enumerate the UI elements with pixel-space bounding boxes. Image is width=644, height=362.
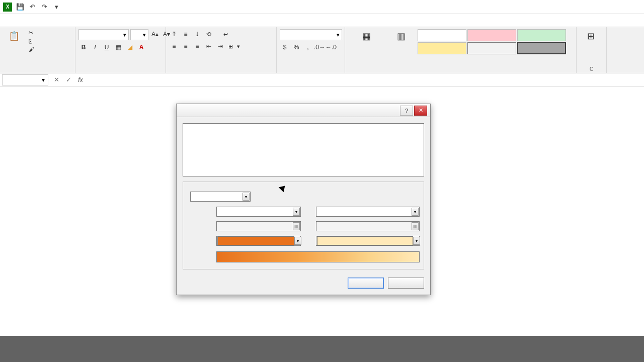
chevron-down-icon: ▾: [413, 237, 420, 245]
decrease-indent-icon[interactable]: ⇤: [204, 41, 214, 51]
chevron-down-icon: ▾: [243, 193, 250, 201]
rule-type-list[interactable]: [183, 123, 424, 176]
increase-font-icon[interactable]: A▴: [150, 29, 160, 39]
cancel-button[interactable]: [388, 278, 424, 289]
insert-cells-button[interactable]: ⊞: [580, 29, 602, 44]
max-color-select[interactable]: ▾: [316, 236, 420, 246]
range-picker-icon[interactable]: ▦: [293, 222, 300, 230]
cancel-formula-icon[interactable]: ✕: [50, 74, 62, 85]
dialog-titlebar[interactable]: ? ✕: [177, 104, 430, 117]
italic-button[interactable]: I: [90, 42, 100, 52]
ok-button[interactable]: [348, 278, 384, 289]
font-group-label: [78, 71, 163, 72]
style-gallery[interactable]: [418, 29, 566, 54]
paste-button[interactable]: 📋: [3, 29, 25, 44]
increase-indent-icon[interactable]: ⇥: [215, 41, 225, 51]
excel-icon: X: [3, 3, 12, 12]
caption: [0, 336, 644, 362]
align-middle-icon[interactable]: ≡: [181, 29, 191, 39]
qat-dropdown-icon[interactable]: ▾: [52, 3, 60, 11]
save-icon[interactable]: 💾: [16, 3, 24, 11]
insert-icon: ⊞: [584, 29, 598, 43]
style-neutral[interactable]: [418, 42, 466, 54]
min-type-select[interactable]: ▾: [216, 207, 301, 217]
format-painter-button[interactable]: 🖌: [27, 46, 38, 53]
brush-icon: 🖌: [29, 46, 34, 52]
chevron-down-icon: ▾: [123, 32, 126, 38]
font-size-select[interactable]: ▾: [130, 29, 148, 40]
paste-icon: 📋: [7, 29, 21, 43]
underline-button[interactable]: U: [102, 42, 112, 52]
preview-gradient: [216, 251, 420, 262]
chevron-down-icon: ▾: [42, 76, 45, 83]
fx-icon[interactable]: fx: [74, 74, 87, 85]
decrease-decimal-icon[interactable]: ←.0: [326, 42, 336, 52]
cells-group-label: C: [580, 65, 603, 72]
align-top-icon[interactable]: ⤒: [169, 29, 179, 39]
chevron-down-icon: ▾: [294, 237, 301, 245]
table-icon: ▥: [394, 29, 408, 43]
wrap-icon: ↩: [223, 31, 228, 38]
close-button[interactable]: ✕: [414, 106, 427, 116]
cut-icon: ✂: [29, 30, 33, 36]
orientation-icon[interactable]: ⟲: [204, 29, 214, 39]
help-button[interactable]: ?: [400, 106, 413, 116]
redo-icon[interactable]: ↷: [40, 3, 48, 11]
bold-button[interactable]: B: [78, 42, 89, 52]
currency-icon[interactable]: $: [280, 42, 290, 52]
percent-icon[interactable]: %: [291, 42, 301, 52]
formula-bar: ▾ ✕ ✓ fx: [0, 73, 644, 86]
chevron-down-icon: ▾: [337, 32, 340, 38]
new-formatting-rule-dialog: ? ✕ ▾ ▾ ▦ ▾ ▾ ▦: [176, 104, 431, 295]
increase-decimal-icon[interactable]: .0→: [314, 42, 325, 52]
number-format-select[interactable]: ▾: [280, 29, 342, 40]
cond-format-icon: ▦: [359, 29, 373, 43]
chevron-down-icon: ▾: [237, 43, 240, 50]
wrap-text-button[interactable]: ↩: [222, 29, 231, 39]
rule-description-title: [187, 185, 420, 190]
align-right-icon[interactable]: ≡: [192, 41, 202, 51]
copy-button[interactable]: ⎘: [27, 38, 38, 45]
number-group-label: [280, 71, 342, 72]
align-left-icon[interactable]: ≡: [169, 41, 179, 51]
accept-formula-icon[interactable]: ✓: [62, 74, 74, 85]
ribbon-tabs: [0, 14, 644, 27]
min-value-input[interactable]: ▦: [216, 221, 301, 231]
format-as-table-button[interactable]: ▥: [386, 29, 416, 44]
merge-center-button[interactable]: ⊞▾: [227, 41, 242, 51]
chevron-down-icon: ▾: [293, 208, 300, 216]
align-center-icon[interactable]: ≡: [181, 41, 191, 51]
align-bottom-icon[interactable]: ⤓: [192, 29, 202, 39]
style-good[interactable]: [517, 29, 566, 41]
chevron-down-icon: ▾: [143, 32, 146, 38]
max-color-swatch: [317, 236, 413, 245]
style-normal[interactable]: [418, 29, 466, 41]
quick-access-toolbar: X 💾 ↶ ↷ ▾: [0, 0, 644, 14]
font-name-select[interactable]: ▾: [78, 29, 129, 40]
style-bad[interactable]: [467, 29, 516, 41]
fill-color-button[interactable]: ◢: [125, 42, 135, 52]
chevron-down-icon: ▾: [412, 208, 419, 216]
ribbon: 📋 ✂ ⎘ 🖌 ▾ ▾ A▴ A▾ B I U ▦ ◢: [0, 27, 644, 73]
comma-icon[interactable]: ,: [303, 42, 313, 52]
style-check-cell[interactable]: [517, 42, 566, 54]
alignment-group-label: [169, 71, 273, 72]
format-style-select[interactable]: ▾: [190, 192, 251, 202]
style-calculation[interactable]: [467, 42, 516, 54]
clipboard-group-label: [3, 71, 72, 72]
font-color-button[interactable]: A: [136, 42, 146, 52]
min-color-select[interactable]: ▾: [216, 236, 301, 246]
undo-icon[interactable]: ↶: [28, 3, 36, 11]
min-color-swatch: [217, 236, 294, 245]
max-type-select[interactable]: ▾: [316, 207, 420, 217]
name-box[interactable]: ▾: [2, 74, 48, 85]
range-picker-icon[interactable]: ▦: [412, 222, 419, 230]
conditional-formatting-button[interactable]: ▦: [348, 29, 384, 44]
max-value-input[interactable]: ▦: [316, 221, 420, 231]
cut-button[interactable]: ✂: [27, 29, 38, 37]
merge-icon: ⊞: [228, 43, 233, 50]
copy-icon: ⎘: [29, 38, 32, 44]
styles-group-label: [348, 71, 573, 72]
border-button[interactable]: ▦: [113, 42, 123, 52]
